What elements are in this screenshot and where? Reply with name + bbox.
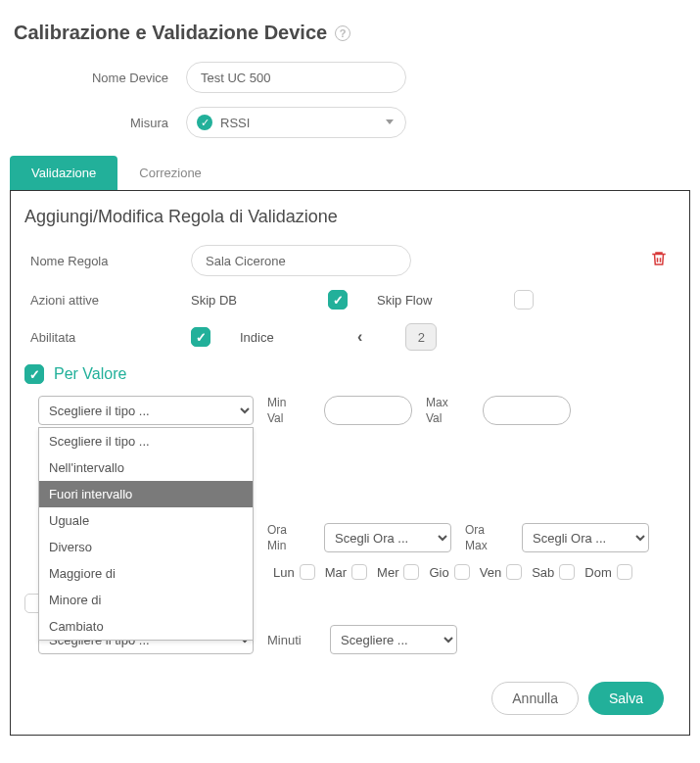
per-valore-title: Per Valore [54,365,126,383]
enabled-label: Abilitata [24,330,191,345]
ora-max-select[interactable]: Scegli Ora ... [522,523,649,552]
chevron-left-icon[interactable]: ‹ [357,328,362,346]
rule-name-label: Nome Regola [24,254,191,268]
day-mar: Mar [325,564,367,580]
skip-flow-label: Skip Flow [377,293,455,308]
day-sab-checkbox[interactable] [559,564,575,580]
measure-label: Misura [49,116,186,130]
ora-min-label-2: Min [267,539,310,552]
dropdown-option[interactable]: Cambiato [39,613,253,640]
rule-name-input[interactable] [191,245,411,276]
index-label: Indice [240,330,357,345]
device-name-label: Nome Device [49,71,186,85]
actions-label: Azioni attive [24,293,191,308]
per-valore-checkbox[interactable] [24,364,44,384]
min-val-label-1: Min [267,396,310,409]
measure-value: RSSI [220,116,250,130]
minutes-label: Minuti [267,633,316,647]
day-dom-checkbox[interactable] [617,564,632,580]
day-ven: Ven [480,564,522,580]
ora-max-label-2: Max [465,539,508,552]
day-mer: Mer [377,564,419,580]
index-value: 2 [405,323,437,351]
enabled-checkbox[interactable] [191,327,210,347]
minutes-select[interactable]: Scegliere ... [330,625,457,654]
day-gio-checkbox[interactable] [454,564,470,580]
check-icon: ✓ [197,115,212,130]
measure-select[interactable]: ✓ RSSI [186,107,406,138]
dropdown-option[interactable]: Scegliere il tipo ... [39,428,253,454]
day-lun: Lun [273,564,315,580]
device-name-input[interactable] [186,62,406,93]
max-val-label-1: Max [426,396,469,409]
day-mer-checkbox[interactable] [403,564,419,580]
panel-title: Aggiungi/Modifica Regola di Validazione [24,207,676,227]
tab-correzione[interactable]: Correzione [117,156,223,190]
day-sab: Sab [532,564,575,580]
dropdown-option[interactable]: Uguale [39,507,253,534]
dropdown-option[interactable]: Diverso [39,534,253,560]
day-gio: Gio [429,564,469,580]
skip-flow-checkbox[interactable] [514,290,534,310]
day-mar-checkbox[interactable] [351,564,367,580]
dropdown-option[interactable]: Maggiore di [39,560,253,587]
day-dom: Dom [584,564,631,580]
dropdown-option[interactable]: Minore di [39,587,253,613]
save-button[interactable]: Salva [588,682,664,715]
help-icon[interactable]: ? [335,25,350,41]
per-valore-type-select[interactable]: Scegliere il tipo ... [38,396,254,425]
day-ven-checkbox[interactable] [506,564,522,580]
min-val-label-2: Val [267,411,310,425]
max-val-input[interactable] [483,396,571,425]
trash-icon[interactable] [650,250,668,272]
page-title: Calibrazione e Validazione Device [14,22,327,44]
skip-db-checkbox[interactable] [328,290,348,310]
ora-min-label-1: Ora [267,523,310,537]
dropdown-option[interactable]: Nell'intervallo [39,454,253,481]
skip-db-label: Skip DB [191,293,269,308]
ora-max-label-1: Ora [465,523,508,537]
dropdown-option[interactable]: Fuori intervallo [39,481,253,507]
day-lun-checkbox[interactable] [300,564,315,580]
chevron-down-icon [386,119,394,124]
per-valore-dropdown-list: Scegliere il tipo ... Nell'intervallo Fu… [38,427,254,641]
ora-min-select[interactable]: Scegli Ora ... [324,523,451,552]
min-val-input[interactable] [324,396,412,425]
max-val-label-2: Val [426,411,469,425]
tab-validazione[interactable]: Validazione [10,156,117,190]
cancel-button[interactable]: Annulla [491,682,579,715]
